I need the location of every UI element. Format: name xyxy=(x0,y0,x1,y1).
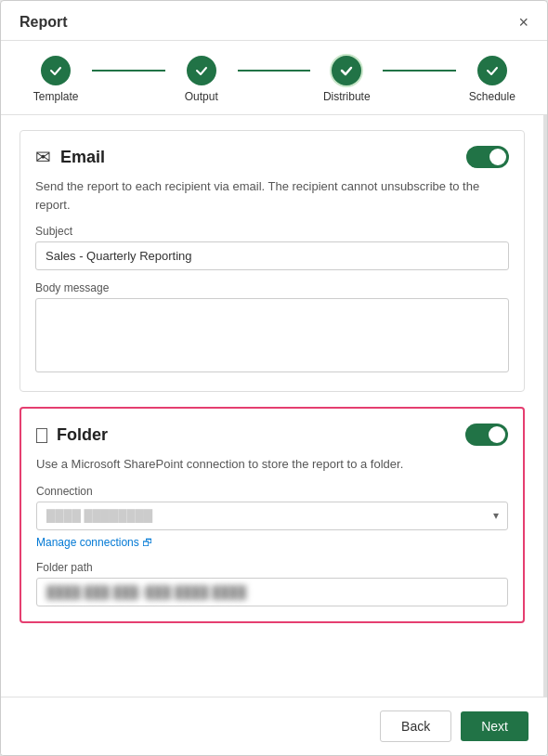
report-dialog: Report × Template Output xyxy=(0,0,548,756)
connector-3 xyxy=(383,70,455,72)
body-field-group: Body message xyxy=(35,281,509,376)
folder-card: ⎕ Folder Use a Microsoft SharePoint conn… xyxy=(20,407,525,623)
step-output[interactable]: Output xyxy=(165,56,238,103)
folder-toggle[interactable] xyxy=(465,424,508,446)
email-card-title: Email xyxy=(60,148,105,167)
dialog-header: Report × xyxy=(1,1,547,41)
folder-path-input[interactable]: ████ ███ ███ /███ ████ ████ xyxy=(36,578,508,606)
external-link-icon: 🗗 xyxy=(142,537,152,548)
manage-connections-link[interactable]: Manage connections 🗗 xyxy=(36,536,152,549)
stepper: Template Output Distribute xyxy=(1,41,547,115)
step-template[interactable]: Template xyxy=(20,56,92,103)
email-card-header: ✉ Email xyxy=(35,146,509,168)
connection-field-group: Connection ████ ████████ ▾ Manage connec… xyxy=(36,485,508,550)
step-distribute-circle xyxy=(332,56,361,85)
email-card: ✉ Email Send the report to each recipien… xyxy=(20,130,525,392)
email-toggle[interactable] xyxy=(466,146,509,168)
checkmark-icon xyxy=(339,63,354,78)
body-label: Body message xyxy=(35,281,509,294)
folder-card-header: ⎕ Folder xyxy=(36,424,508,446)
folder-title-group: ⎕ Folder xyxy=(36,424,108,446)
step-template-circle xyxy=(41,56,71,85)
step-template-label: Template xyxy=(33,90,79,103)
checkmark-icon xyxy=(485,63,500,78)
connection-select[interactable]: ████ ████████ xyxy=(36,502,508,530)
connector-2 xyxy=(238,70,310,72)
email-title-group: ✉ Email xyxy=(35,146,105,168)
step-distribute[interactable]: Distribute xyxy=(310,56,383,103)
email-description: Send the report to each recipient via em… xyxy=(35,177,509,214)
folder-card-title: Folder xyxy=(57,425,108,445)
checkmark-icon xyxy=(48,63,63,78)
body-input[interactable] xyxy=(35,298,509,372)
folder-icon: ⎕ xyxy=(36,424,47,446)
step-output-label: Output xyxy=(185,90,218,103)
dialog-title: Report xyxy=(20,14,68,31)
checkmark-icon xyxy=(194,63,209,78)
folder-path-field-group: Folder path ████ ███ ███ /███ ████ ████ xyxy=(36,561,508,606)
connection-label: Connection xyxy=(36,485,508,498)
subject-label: Subject xyxy=(35,225,509,238)
close-button[interactable]: × xyxy=(518,14,528,31)
connector-1 xyxy=(92,70,164,72)
step-output-circle xyxy=(187,56,216,85)
dialog-footer: Back Next xyxy=(1,697,547,755)
manage-connections-label: Manage connections xyxy=(36,536,139,549)
back-button[interactable]: Back xyxy=(380,710,451,742)
folder-path-blurred: ████ ███ ███ /███ ████ ████ xyxy=(46,585,246,599)
step-schedule-circle xyxy=(477,56,507,85)
content-area: ✉ Email Send the report to each recipien… xyxy=(1,115,547,697)
step-distribute-label: Distribute xyxy=(323,90,371,103)
folder-description: Use a Microsoft SharePoint connection to… xyxy=(36,455,508,474)
next-button[interactable]: Next xyxy=(461,711,528,741)
step-schedule[interactable]: Schedule xyxy=(456,56,528,103)
subject-field-group: Subject xyxy=(35,225,509,270)
connection-select-wrapper: ████ ████████ ▾ xyxy=(36,502,508,530)
subject-input[interactable] xyxy=(35,241,509,270)
folder-path-label: Folder path xyxy=(36,561,508,574)
email-icon: ✉ xyxy=(35,146,51,168)
step-schedule-label: Schedule xyxy=(469,90,515,103)
